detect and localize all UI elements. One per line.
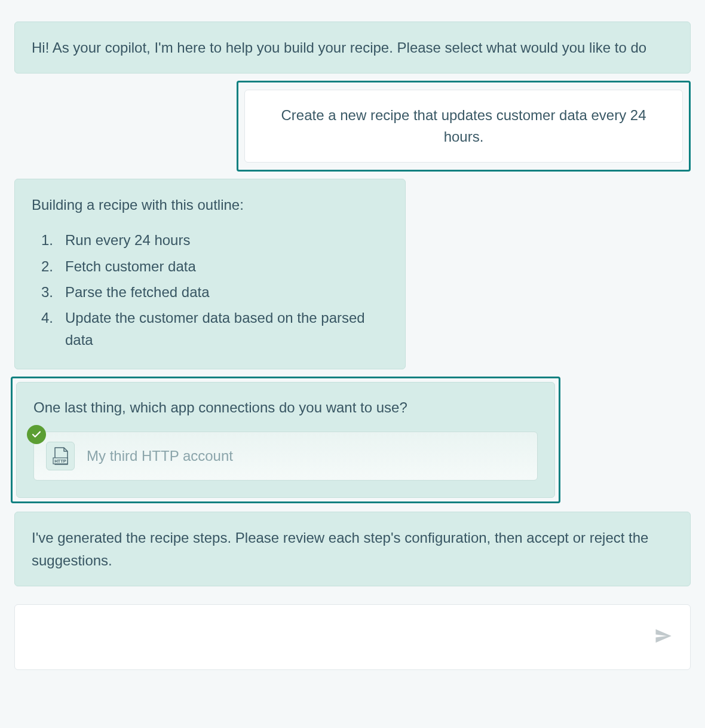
outline-steps-list: Run every 24 hours Fetch customer data P… <box>32 229 388 351</box>
user-message-container: Create a new recipe that updates custome… <box>14 81 691 172</box>
assistant-final-text: I've generated the recipe steps. Please … <box>32 530 648 568</box>
svg-text:HTTP: HTTP <box>54 458 66 464</box>
outline-step: Update the customer data based on the pa… <box>41 307 388 351</box>
outline-step: Fetch customer data <box>41 255 388 277</box>
connections-prompt-text: One last thing, which app connections do… <box>33 397 538 418</box>
chat-input[interactable] <box>14 604 691 670</box>
user-message-highlight: Create a new recipe that updates custome… <box>237 81 691 172</box>
assistant-outline-message: Building a recipe with this outline: Run… <box>14 179 406 369</box>
connection-card[interactable]: HTTP My third HTTP account <box>33 432 538 481</box>
outline-step: Parse the fetched data <box>41 281 388 303</box>
outline-intro-text: Building a recipe with this outline: <box>32 194 388 216</box>
assistant-greeting-message: Hi! As your copilot, I'm here to help yo… <box>14 22 691 74</box>
connections-highlight: One last thing, which app connections do… <box>11 377 560 503</box>
user-message-text: Create a new recipe that updates custome… <box>281 107 646 145</box>
check-icon <box>27 425 46 444</box>
http-file-icon: HTTP <box>46 442 75 470</box>
connection-name: My third HTTP account <box>87 445 233 467</box>
assistant-final-message: I've generated the recipe steps. Please … <box>14 512 691 586</box>
outline-step: Run every 24 hours <box>41 229 388 251</box>
assistant-greeting-text: Hi! As your copilot, I'm here to help yo… <box>32 39 646 56</box>
send-icon[interactable] <box>654 627 672 647</box>
user-message: Create a new recipe that updates custome… <box>244 90 683 163</box>
assistant-connections-message: One last thing, which app connections do… <box>16 382 555 498</box>
